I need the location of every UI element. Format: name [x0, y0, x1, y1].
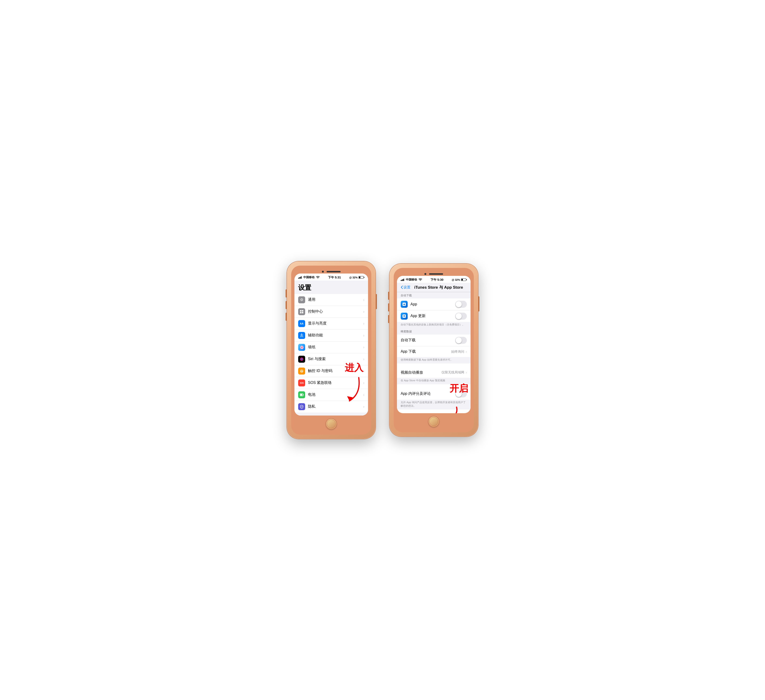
cellular-desc: 使用蜂窝数据下载 App 始终需要先请求许可。 [397, 357, 471, 363]
accessibility-icon [298, 332, 305, 339]
speaker-2 [429, 273, 443, 275]
app-update-toggle-thumb [456, 313, 462, 319]
settings-item-battery[interactable]: 电池 › [294, 389, 368, 401]
ratings-desc: 允许 App 询问产品使用反馈，以帮助开发者和其他用户了解您的想法。 [397, 400, 471, 410]
video-autoplay-label: 视频自动播放 [401, 370, 441, 375]
svg-rect-10 [300, 394, 302, 396]
battery-percent-2: @ 32% [452, 278, 460, 281]
settings-item-privacy[interactable]: 隐私 › [294, 401, 368, 413]
ratings-list: App 内评分及评论 [397, 388, 471, 400]
auto-dl-app[interactable]: App [397, 298, 471, 310]
wifi-icon-2 [419, 278, 422, 281]
cellular-app-dl-label: App 下载 [401, 349, 451, 354]
auto-dl-app-update[interactable]: App 更新 [397, 310, 471, 322]
settings-item-accessibility[interactable]: 辅助功能 › [294, 330, 368, 342]
svg-rect-9 [303, 394, 304, 395]
nav-title-2: iTunes Store 与 App Store [411, 285, 467, 290]
signal-bars-2 [401, 279, 404, 281]
cellular-list: 自动下载 App 下载 始终询问 › [397, 334, 471, 357]
touchid-label: 触控 ID 与密码 [308, 369, 363, 374]
screen-2: 中国移动 下午 5:30 @ 32% [397, 276, 471, 413]
section-auto-download: 自动下载 [397, 292, 471, 298]
svg-rect-3 [302, 312, 303, 313]
general-label: 通用 [308, 297, 363, 302]
display-icon: AA [298, 320, 305, 327]
display-label: 显示与亮度 [308, 321, 363, 326]
settings-item-sos[interactable]: SOS SOS 紧急联络 › [294, 377, 368, 389]
settings-item-wallpaper[interactable]: 🌸 墙纸 › [294, 342, 368, 353]
svg-rect-2 [300, 312, 301, 313]
settings-item-control[interactable]: 控制中心 › [294, 306, 368, 318]
carrier-name-2: 中国移动 [406, 278, 417, 282]
screen-content-2: 自动下载 App App 更新 [397, 292, 471, 413]
section-cellular: 蜂窝数据 [397, 328, 471, 334]
ratings-toggle[interactable] [455, 391, 467, 397]
settings-item-display[interactable]: AA 显示与亮度 › [294, 318, 368, 330]
video-autoplay[interactable]: 视频自动播放 仅限无线局域网 › [397, 367, 471, 378]
home-button-1[interactable] [326, 418, 337, 430]
phone-1: 中国移动 下午 5:31 @ 32% [287, 261, 376, 439]
app-update-toggle[interactable] [455, 312, 467, 320]
speaker [327, 271, 341, 272]
auto-dl-update-label: App 更新 [411, 314, 455, 319]
home-btn-area-2 [397, 413, 471, 429]
phone-top-1 [294, 269, 368, 273]
auto-download-list: App App 更新 [397, 298, 471, 322]
touchid-icon [298, 367, 305, 375]
settings-item-touchid[interactable]: 触控 ID 与密码 › [294, 365, 368, 377]
cellular-app-dl[interactable]: App 下载 始终询问 › [397, 346, 471, 357]
svg-rect-1 [302, 310, 303, 311]
ratings-toggle-thumb [456, 391, 462, 397]
back-chevron-icon [401, 286, 403, 289]
control-label: 控制中心 [308, 309, 363, 314]
cellular-auto-dl[interactable]: 自动下载 [397, 334, 471, 346]
wallpaper-icon: 🌸 [298, 344, 305, 351]
front-camera-2 [424, 273, 426, 275]
auto-dl-app-label: App [411, 302, 455, 306]
general-icon: ⚙ [298, 296, 305, 303]
sos-label: SOS 紧急联络 [308, 380, 363, 385]
home-btn-area-1 [294, 416, 368, 432]
battery-icon-2 [461, 278, 467, 281]
status-left-1: 中国移动 [298, 275, 320, 279]
auto-dl-app-icon [401, 301, 408, 308]
group-divider-1 [294, 413, 368, 416]
time-display-2: 下午 5:30 [430, 278, 444, 282]
settings-item-siri[interactable]: Siri 与搜索 › [294, 353, 368, 365]
home-button-inner-2 [429, 417, 438, 426]
battery-icon-1 [359, 276, 364, 279]
cellular-toggle[interactable] [455, 337, 467, 344]
screen-content-1: 设置 ⚙ 通用 › 控制中心 › [294, 281, 368, 416]
sos-icon: SOS [298, 380, 305, 386]
auto-dl-update-icon [401, 312, 408, 320]
carrier-name: 中国移动 [303, 275, 315, 279]
battery-percent-1: @ 32% [349, 276, 357, 279]
nav-bar-2: 设置 iTunes Store 与 App Store [397, 283, 471, 292]
video-list: 视频自动播放 仅限无线局域网 › [397, 367, 471, 378]
auto-dl-desc: 自动下载在其他的设备上新购买的项目（含免费项目）。 [397, 322, 471, 328]
svg-point-4 [301, 334, 302, 334]
front-camera [322, 271, 324, 273]
wifi-icon [316, 276, 320, 279]
status-bar-1: 中国移动 下午 5:31 @ 32% [294, 273, 368, 281]
video-autoplay-value: 仅限无线局域网 [441, 370, 464, 375]
app-toggle[interactable] [455, 301, 467, 308]
home-button-2[interactable] [428, 416, 439, 427]
signal-bars [298, 276, 302, 279]
ratings-label: App 内评分及评论 [401, 391, 455, 396]
phone-2: 中国移动 下午 5:30 @ 32% [389, 264, 478, 436]
status-left-2: 中国移动 [401, 278, 422, 282]
app-toggle-thumb [456, 301, 462, 307]
screen-1: 中国移动 下午 5:31 @ 32% [294, 273, 368, 416]
privacy-icon [298, 403, 305, 410]
ratings-item[interactable]: App 内评分及评论 [397, 388, 471, 400]
battery-icon-menu [298, 391, 305, 398]
cellular-app-dl-value: 始终询问 [451, 350, 464, 354]
settings-title: 设置 [294, 281, 368, 294]
siri-label: Siri 与搜索 [308, 356, 363, 361]
status-bar-2: 中国移动 下午 5:30 @ 32% [397, 276, 471, 283]
back-button[interactable]: 设置 [401, 285, 411, 290]
settings-item-general[interactable]: ⚙ 通用 › [294, 294, 368, 306]
home-button-inner-1 [327, 419, 336, 428]
privacy-label: 隐私 [308, 404, 363, 409]
